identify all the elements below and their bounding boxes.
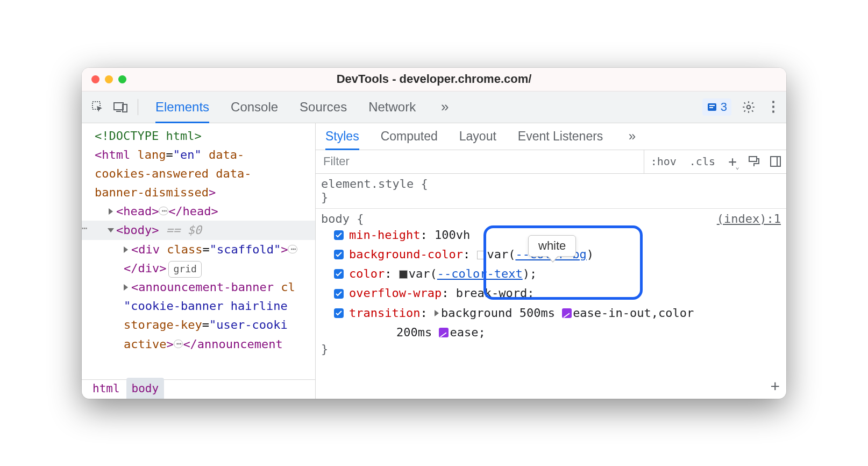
main-tabs: Elements Console Sources Network » bbox=[155, 91, 695, 123]
styles-filter-input[interactable] bbox=[316, 150, 644, 173]
svg-rect-5 bbox=[709, 105, 715, 106]
dock-side-icon[interactable] bbox=[765, 150, 786, 173]
crumb-html[interactable]: html bbox=[87, 378, 125, 398]
tab-styles[interactable]: Styles bbox=[325, 123, 359, 150]
crumb-body[interactable]: body bbox=[126, 378, 165, 398]
decl-transition-line2[interactable]: 200ms ease; bbox=[321, 323, 781, 342]
dom-body-selected[interactable]: <body> == $0 bbox=[82, 221, 315, 239]
bezier-editor-icon[interactable] bbox=[439, 328, 449, 337]
issues-count: 3 bbox=[721, 100, 727, 114]
dom-head[interactable]: <head>⋯</head> bbox=[82, 202, 315, 221]
toolbar-right: 3 ⋮ bbox=[702, 98, 781, 116]
paint-icon[interactable] bbox=[743, 150, 765, 173]
dom-banner-2[interactable]: "cookie-banner hairline bbox=[82, 296, 315, 315]
device-toolbar-icon[interactable] bbox=[113, 100, 128, 115]
dom-tree[interactable]: <!DOCTYPE html> <html lang="en" data- co… bbox=[82, 123, 315, 379]
more-tabs-icon[interactable]: » bbox=[437, 100, 452, 115]
inspect-element-icon[interactable] bbox=[90, 100, 105, 115]
content: <!DOCTYPE html> <html lang="en" data- co… bbox=[82, 123, 786, 399]
cls-toggle[interactable]: .cls bbox=[683, 150, 722, 173]
main-toolbar: Elements Console Sources Network » 3 ⋮ bbox=[82, 91, 786, 123]
breadcrumbs: html body bbox=[82, 379, 315, 399]
close-window-button[interactable] bbox=[91, 75, 99, 83]
dom-html-cont[interactable]: cookies-answered data- bbox=[82, 164, 315, 183]
checkbox-icon[interactable] bbox=[334, 269, 344, 279]
color-swatch-icon[interactable] bbox=[399, 270, 408, 279]
zoom-window-button[interactable] bbox=[118, 75, 126, 83]
settings-icon[interactable] bbox=[741, 100, 756, 115]
bezier-editor-icon[interactable] bbox=[562, 308, 572, 318]
traffic-lights bbox=[91, 75, 126, 83]
svg-rect-8 bbox=[749, 157, 757, 161]
devtools-window: DevTools - developer.chrome.com/ Element… bbox=[82, 68, 786, 399]
selector-element-style[interactable]: element.style bbox=[321, 177, 414, 190]
checkbox-icon[interactable] bbox=[334, 289, 344, 299]
dom-doctype[interactable]: <!DOCTYPE html> bbox=[82, 126, 315, 145]
source-link[interactable]: (index):1 bbox=[717, 212, 781, 225]
decl-transition[interactable]: transition: background 500ms ease-in-out… bbox=[321, 303, 781, 323]
dom-scaffold-close[interactable]: </div>grid bbox=[82, 259, 315, 278]
css-var-color-text[interactable]: --color-text bbox=[437, 267, 523, 280]
window-title: DevTools - developer.chrome.com/ bbox=[82, 72, 786, 86]
svg-rect-6 bbox=[709, 107, 713, 108]
tab-console[interactable]: Console bbox=[231, 91, 278, 123]
checkbox-icon[interactable] bbox=[334, 230, 344, 240]
dom-html-cont2[interactable]: banner-dismissed> bbox=[82, 183, 315, 202]
tab-network[interactable]: Network bbox=[368, 91, 416, 123]
styles-filter-row: :hov .cls +⌄ bbox=[316, 150, 786, 174]
color-swatch-icon[interactable] bbox=[477, 251, 486, 259]
svg-rect-1 bbox=[114, 103, 123, 110]
styles-rules[interactable]: element.style { } (index):1 body { min-h… bbox=[316, 174, 786, 399]
more-side-tabs-icon[interactable]: » bbox=[624, 129, 639, 144]
svg-point-7 bbox=[747, 105, 751, 109]
dom-html[interactable]: <html lang="en" data- bbox=[82, 145, 315, 164]
svg-rect-9 bbox=[771, 157, 780, 166]
var-value-tooltip: white bbox=[528, 235, 576, 257]
issues-chip[interactable]: 3 bbox=[702, 98, 731, 116]
separator bbox=[138, 99, 138, 115]
grid-badge[interactable]: grid bbox=[168, 261, 201, 278]
dom-banner-4[interactable]: active>⋯</announcement bbox=[82, 335, 315, 354]
new-style-rule-icon[interactable]: +⌄ bbox=[722, 150, 743, 173]
tab-event-listeners[interactable]: Event Listeners bbox=[518, 123, 603, 150]
side-tabs: Styles Computed Layout Event Listeners » bbox=[316, 123, 786, 150]
styles-pane: Styles Computed Layout Event Listeners »… bbox=[316, 123, 786, 399]
checkbox-icon[interactable] bbox=[334, 308, 344, 318]
minimize-window-button[interactable] bbox=[105, 75, 113, 83]
add-declaration-icon[interactable]: + bbox=[770, 377, 780, 396]
tab-computed[interactable]: Computed bbox=[381, 123, 438, 150]
body-rule[interactable]: (index):1 body { min-height: 100vh backg… bbox=[316, 209, 786, 361]
tab-sources[interactable]: Sources bbox=[300, 91, 347, 123]
kebab-menu-icon[interactable]: ⋮ bbox=[766, 100, 781, 115]
dom-banner-3[interactable]: storage-key="user-cooki bbox=[82, 315, 315, 334]
expand-shorthand-icon[interactable] bbox=[435, 310, 439, 316]
tab-elements[interactable]: Elements bbox=[155, 91, 209, 123]
dom-banner[interactable]: <announcement-banner cl bbox=[82, 278, 315, 296]
dom-scaffold[interactable]: <div class="scaffold">⋯ bbox=[82, 240, 315, 259]
decl-color[interactable]: color: var(--color-text); bbox=[321, 264, 781, 284]
decl-overflow-wrap[interactable]: overflow-wrap: break-word; bbox=[321, 284, 781, 303]
tab-layout[interactable]: Layout bbox=[459, 123, 496, 150]
title-bar: DevTools - developer.chrome.com/ bbox=[82, 68, 786, 91]
element-style-rule[interactable]: element.style { } bbox=[316, 174, 786, 209]
hov-toggle[interactable]: :hov bbox=[644, 150, 683, 173]
dom-pane: <!DOCTYPE html> <html lang="en" data- co… bbox=[82, 123, 316, 399]
checkbox-icon[interactable] bbox=[334, 250, 344, 259]
selector-body[interactable]: body bbox=[321, 212, 350, 225]
